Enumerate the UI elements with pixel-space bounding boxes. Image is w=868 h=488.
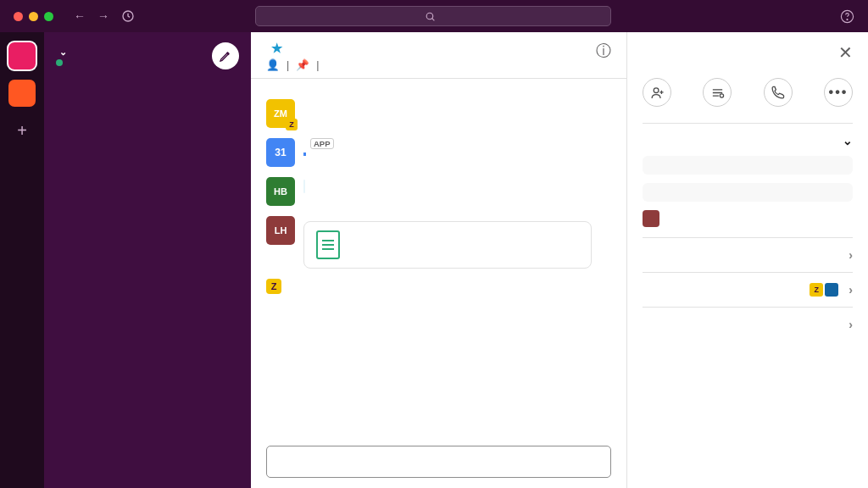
- svg-point-5: [720, 93, 723, 97]
- message: HB: [266, 172, 611, 211]
- app-avatar[interactable]: 31: [266, 138, 295, 167]
- search-icon: [425, 11, 436, 22]
- about-section: ⌄: [643, 123, 853, 237]
- info-icon[interactable]: ⓘ: [596, 41, 611, 61]
- message-list: ZMZ 31 APP HB: [251, 79, 626, 446]
- star-icon[interactable]: ★: [271, 41, 282, 56]
- chevron-right-icon: ›: [849, 283, 853, 297]
- organizations-row[interactable]: Z ›: [643, 283, 853, 297]
- workspace-name: ⌄: [56, 47, 68, 58]
- compose-button[interactable]: [212, 42, 239, 69]
- add-workspace-button[interactable]: +: [8, 117, 36, 144]
- member-count[interactable]: 👤: [266, 58, 280, 71]
- message: LH: [266, 211, 611, 274]
- mention[interactable]: [303, 180, 305, 193]
- shared-channel-notice: Z: [266, 274, 611, 297]
- help-icon[interactable]: [840, 9, 854, 24]
- sidebar-header[interactable]: ⌄: [44, 32, 251, 78]
- org-badge-icon: Z: [810, 283, 823, 297]
- message-body: [303, 178, 310, 196]
- svg-point-3: [847, 19, 848, 19]
- avatar[interactable]: LH: [266, 216, 295, 245]
- workspace-switch-2[interactable]: [8, 80, 36, 107]
- post-icon: [316, 230, 340, 259]
- app-badge: APP: [310, 138, 334, 149]
- chevron-right-icon: ›: [849, 248, 853, 262]
- sidebar-top-section: [44, 78, 251, 85]
- close-window-icon[interactable]: [14, 12, 23, 21]
- chevron-down-icon: ⌄: [843, 134, 853, 147]
- members-row[interactable]: ›: [643, 248, 853, 262]
- find-button[interactable]: [703, 78, 732, 111]
- org-badge-icon: [825, 283, 838, 297]
- message: 31 APP: [266, 133, 611, 172]
- channel-header: ★ 👤 | 📌 | ⓘ: [251, 32, 626, 79]
- post-attachment[interactable]: [303, 221, 592, 269]
- avatar[interactable]: ZMZ: [266, 99, 295, 128]
- org-badge-icon: Z: [266, 279, 281, 294]
- minimize-window-icon[interactable]: [29, 12, 38, 21]
- reaction-bar: [266, 82, 611, 94]
- calendar-attachment[interactable]: [303, 152, 341, 156]
- details-panel: ✕ ••• ⌄ › Z › ›: [627, 32, 868, 488]
- workspace-rail: +: [0, 32, 44, 488]
- presence-indicator: [56, 59, 63, 66]
- search-input[interactable]: [255, 6, 611, 26]
- titlebar: ← →: [0, 0, 868, 32]
- about-header[interactable]: ⌄: [643, 134, 853, 147]
- close-icon[interactable]: ✕: [838, 42, 853, 63]
- back-arrow-icon[interactable]: ←: [74, 9, 86, 23]
- avatar: [643, 210, 659, 227]
- svg-point-1: [426, 13, 433, 19]
- sidebar: ⌄: [44, 32, 251, 488]
- window-controls: [14, 12, 53, 21]
- workspace-switch-1[interactable]: [8, 42, 36, 69]
- created-by: [643, 210, 853, 227]
- details-actions: •••: [643, 78, 853, 111]
- forward-arrow-icon[interactable]: →: [97, 9, 109, 23]
- org-badge-icon: Z: [286, 119, 298, 130]
- svg-point-4: [654, 87, 659, 92]
- maximize-window-icon[interactable]: [44, 12, 53, 21]
- chevron-right-icon: ›: [849, 318, 853, 331]
- channel-pane: ★ 👤 | 📌 | ⓘ ZMZ 31: [251, 32, 627, 488]
- call-button[interactable]: [764, 78, 793, 111]
- message: ZMZ: [266, 94, 611, 133]
- message-composer[interactable]: [266, 446, 611, 478]
- add-people-button[interactable]: [643, 78, 671, 111]
- pinned-row[interactable]: ›: [643, 318, 853, 331]
- more-button[interactable]: •••: [824, 78, 853, 111]
- history-icon[interactable]: [121, 9, 135, 23]
- avatar[interactable]: HB: [266, 177, 295, 206]
- channel-title[interactable]: ★: [266, 41, 326, 56]
- pin-count[interactable]: 📌: [296, 58, 309, 71]
